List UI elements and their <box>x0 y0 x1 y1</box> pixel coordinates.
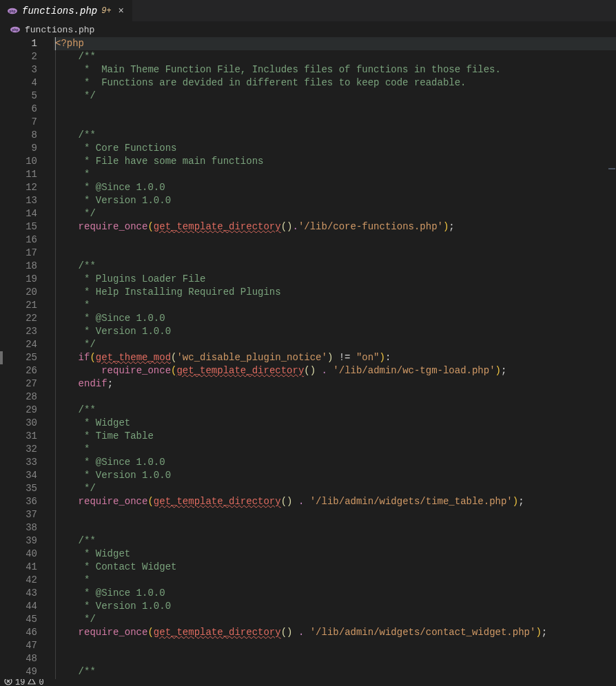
code-token: '/lib/admin/widgets/contact_widget.php' <box>310 627 536 638</box>
code-token <box>55 561 79 572</box>
code-line[interactable]: * Core Functions <box>54 142 616 155</box>
line-number: 35 <box>8 482 44 495</box>
code-line[interactable]: /** <box>54 260 616 273</box>
code-line[interactable]: * @Since 1.0.0 <box>54 312 616 325</box>
code-line[interactable]: require_once(get_template_directory() . … <box>54 626 616 639</box>
close-icon[interactable]: × <box>116 6 127 17</box>
code-line[interactable]: * <box>54 168 616 181</box>
code-token <box>55 614 79 625</box>
code-line[interactable]: <?php <box>54 37 616 50</box>
code-token <box>55 378 79 389</box>
line-number: 22 <box>8 312 44 325</box>
code-line[interactable]: * @Since 1.0.0 <box>54 456 616 469</box>
code-line[interactable]: * Plugins Loader File <box>54 273 616 286</box>
code-line[interactable]: * @Since 1.0.0 <box>54 181 616 194</box>
code-line[interactable]: * Version 1.0.0 <box>54 325 616 338</box>
code-line[interactable] <box>54 391 616 404</box>
code-line[interactable]: /** <box>54 665 616 678</box>
code-line[interactable] <box>54 521 616 534</box>
code-token: /** <box>79 666 96 677</box>
code-line[interactable]: require_once(get_template_directory() . … <box>54 495 616 508</box>
breadcrumb-file[interactable]: functions.php <box>25 25 94 35</box>
line-number: 9 <box>8 142 44 155</box>
code-line[interactable]: /** <box>54 404 616 417</box>
code-token <box>55 404 79 415</box>
code-token: get_template_directory <box>154 221 281 232</box>
code-line[interactable]: * Time Table <box>54 430 616 443</box>
code-token: /** <box>79 260 96 271</box>
code-line[interactable] <box>54 508 616 521</box>
code-token <box>55 287 79 298</box>
code-line[interactable]: if(get_theme_mod('wc_disable_plugin_noti… <box>54 351 616 364</box>
code-line[interactable]: */ <box>54 90 616 103</box>
code-token <box>55 90 79 101</box>
code-token: () <box>281 496 293 507</box>
code-line[interactable]: require_once(get_template_directory().'/… <box>54 220 616 233</box>
code-line[interactable]: endif; <box>54 377 616 391</box>
line-number: 25 <box>8 351 44 364</box>
code-line[interactable]: */ <box>54 338 616 351</box>
code-line[interactable]: * Version 1.0.0 <box>54 469 616 482</box>
vertical-scrollbar[interactable] <box>608 37 616 679</box>
line-number: 39 <box>8 534 44 548</box>
code-line[interactable] <box>54 233 616 247</box>
code-line[interactable]: * Functions are devided in different fil… <box>54 76 616 90</box>
code-line[interactable]: /** <box>54 129 616 142</box>
code-line[interactable]: require_once(get_template_directory() . … <box>54 364 616 377</box>
tab-title: functions.php <box>22 6 97 17</box>
code-token: "on" <box>356 352 380 363</box>
code-token: * Version 1.0.0 <box>79 470 171 481</box>
line-number: 24 <box>8 338 44 351</box>
code-line[interactable] <box>54 652 616 665</box>
code-token: * @Since 1.0.0 <box>79 457 165 468</box>
code-line[interactable]: * <box>54 299 616 312</box>
code-token: * Functions are devided in different fil… <box>79 77 466 88</box>
code-line[interactable]: * Main Theme Function File, Includes fil… <box>54 63 616 76</box>
code-line[interactable] <box>54 247 616 260</box>
code-line[interactable]: */ <box>54 613 616 626</box>
code-line[interactable]: * File have some main functions <box>54 155 616 168</box>
code-token: get_template_directory <box>176 365 304 376</box>
code-line[interactable] <box>54 639 616 652</box>
line-number: 45 <box>8 613 44 626</box>
code-token: ; <box>107 378 113 389</box>
code-token <box>55 51 79 62</box>
code-line[interactable]: * Help Installing Required Plugins <box>54 286 616 299</box>
code-token <box>55 666 79 677</box>
line-number: 47 <box>8 639 44 652</box>
code-token <box>55 273 79 284</box>
code-token: * <box>79 444 90 455</box>
code-line[interactable]: * Widget <box>54 417 616 430</box>
code-token: ) <box>495 365 501 376</box>
code-area[interactable]: <?php /** * Main Theme Function File, In… <box>54 37 616 679</box>
code-token: /** <box>79 535 96 546</box>
code-line[interactable]: * <box>54 443 616 456</box>
code-token: '/lib/admin/widgets/time_table.php' <box>310 496 513 507</box>
code-token: require_once <box>101 365 171 376</box>
code-line[interactable]: * Contact Widget <box>54 561 616 574</box>
svg-text:php: php <box>12 28 18 32</box>
code-token: ; <box>449 221 454 232</box>
code-token <box>55 313 79 324</box>
code-line[interactable]: * Version 1.0.0 <box>54 194 616 207</box>
text-cursor <box>55 37 56 50</box>
code-token: * Help Installing Required Plugins <box>79 287 281 298</box>
code-line[interactable]: * @Since 1.0.0 <box>54 587 616 600</box>
code-line[interactable] <box>54 103 616 116</box>
code-line[interactable]: * Version 1.0.0 <box>54 600 616 613</box>
code-line[interactable]: */ <box>54 207 616 220</box>
code-line[interactable]: /** <box>54 534 616 548</box>
code-token: ( <box>90 352 95 363</box>
code-line[interactable] <box>54 116 616 129</box>
code-line[interactable]: */ <box>54 482 616 495</box>
code-token <box>55 548 79 559</box>
code-line[interactable]: * Widget <box>54 548 616 561</box>
code-token: */ <box>79 90 96 101</box>
code-token <box>55 535 79 546</box>
code-token: * @Since 1.0.0 <box>79 182 165 193</box>
line-number: 8 <box>8 129 44 142</box>
editor[interactable]: 1234567891011121314151617181920212223242… <box>0 37 616 679</box>
code-line[interactable]: * <box>54 574 616 587</box>
code-line[interactable]: /** <box>54 50 616 63</box>
tab-functions-php[interactable]: php functions.php 9+ × <box>0 0 132 21</box>
